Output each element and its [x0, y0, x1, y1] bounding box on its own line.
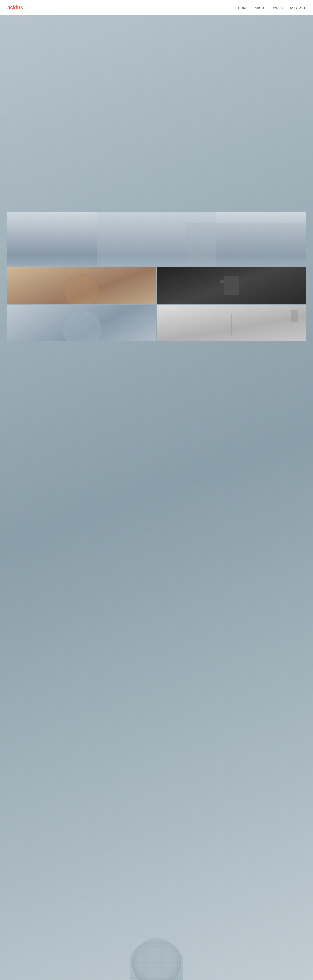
nav-home[interactable]: HOME [238, 6, 248, 10]
work-image-1 [7, 212, 306, 266]
nav-links: — HOME ABOUT WORK CONTACT [226, 6, 306, 10]
nav-about[interactable]: ABOUT [255, 6, 266, 10]
navigation: acidus — HOME ABOUT WORK CONTACT [0, 0, 313, 16]
nav-contact[interactable]: CONTACT [290, 6, 306, 10]
work-image-2 [7, 267, 156, 304]
logo-accent: ac [7, 5, 13, 11]
nav-work[interactable]: WORK [273, 6, 283, 10]
hero-grid [0, 16, 313, 95]
nav-dash: — [226, 6, 229, 10]
work-image-3 [157, 267, 306, 304]
work-image-4 [7, 305, 156, 341]
logo-text: idus [13, 5, 23, 11]
work-image-5 [157, 305, 306, 341]
logo[interactable]: acidus [7, 5, 23, 11]
